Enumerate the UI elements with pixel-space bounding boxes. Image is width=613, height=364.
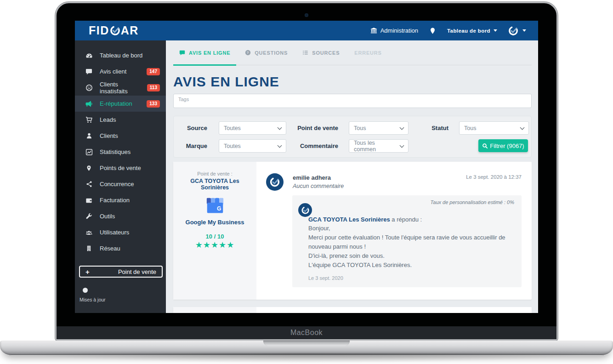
add-point-de-vente-button[interactable]: + Point de vente	[79, 266, 163, 278]
tab-sources[interactable]: SOURCES	[296, 40, 346, 65]
sidebar-item-avis-client[interactable]: Avis client 147	[75, 63, 166, 80]
review-score: 10 / 10	[177, 233, 253, 240]
plus-icon: +	[85, 268, 90, 276]
tab-erreurs[interactable]: ERREURS	[348, 40, 387, 65]
review-author: emilie adhera	[293, 174, 344, 181]
point-de-vente-select[interactable]: Tous	[349, 121, 409, 135]
filter-label-marque: Marque	[174, 142, 207, 149]
filter-button-label: Filtrer (9067)	[490, 142, 524, 149]
review-left-panel	[173, 307, 256, 313]
marque-select[interactable]: Toutes	[219, 139, 286, 153]
reply-card: Taux de personnalisation estimé : 0% GCA…	[292, 195, 522, 287]
sidebar-item-clients[interactable]: Clients	[75, 128, 166, 144]
macbook-mockup: FID AR Administration Tableau de bord	[0, 0, 613, 364]
comment-icon	[85, 68, 93, 75]
statut-select-value: Tous	[464, 125, 476, 131]
sidebar-item-label: Réseau	[100, 245, 120, 252]
commentaire-select-value: Tous les commen	[354, 140, 397, 153]
point-de-vente-label: Point de vente :	[177, 171, 253, 176]
point-de-vente-name[interactable]: GCA TOYOTA Les Sorinières	[177, 178, 253, 191]
tab-label: SOURCES	[312, 50, 340, 56]
cart-icon	[85, 116, 93, 124]
device-label: MacBook	[57, 326, 556, 339]
reply-suffix: a répondu :	[390, 216, 422, 223]
list-icon	[302, 50, 308, 56]
source-select-value: Toutes	[224, 125, 241, 131]
sidebar-item-statistiques[interactable]: Statistiques	[75, 144, 166, 160]
star-rating: ★★★★★	[177, 240, 253, 250]
marque-select-value: Toutes	[224, 143, 241, 149]
tab-label: ERREURS	[354, 50, 381, 56]
sidebar-item-e-reputation[interactable]: E-réputation 133	[75, 96, 166, 112]
wrench-icon	[85, 213, 93, 220]
reply-line: Bonjour,	[308, 224, 514, 233]
review-main: emilie adhera Aucun commentaire Le 3 sep…	[256, 162, 532, 300]
review-source-name[interactable]: Google My Business	[177, 219, 253, 226]
statut-select[interactable]: Tous	[459, 121, 529, 135]
brand-text-pre: FID	[89, 24, 109, 37]
commentaire-select[interactable]: Tous les commen	[349, 139, 409, 153]
review-card	[173, 307, 532, 313]
sidebar-item-dashboard[interactable]: Tableau de bord	[75, 47, 166, 63]
reply-date: Le 3 sept. 2020	[308, 275, 514, 281]
dashboard-icon	[85, 52, 93, 59]
sidebar-item-label: Outils	[100, 213, 115, 220]
sidebar-item-leads[interactable]: Leads	[75, 112, 166, 128]
tags-input[interactable]: Tags	[173, 94, 532, 108]
filter-button[interactable]: Filtrer (9067)	[478, 139, 528, 152]
fidcar-c-check-icon	[301, 206, 310, 215]
avatar	[266, 173, 284, 191]
page-title: AVIS EN LIGNE	[173, 74, 531, 90]
sidebar-item-reseau[interactable]: Réseau	[75, 240, 166, 256]
review-left-panel: Point de vente : GCA TOYOTA Les Sorinièr…	[173, 162, 256, 300]
filter-label-statut: Statut	[409, 125, 448, 131]
fidcar-c-check-icon	[110, 25, 120, 36]
nav-administration[interactable]: Administration	[370, 27, 418, 34]
sidebar-item-label: E-réputation	[100, 100, 132, 107]
app-screen: FID AR Administration Tableau de bord	[75, 21, 538, 313]
sidebar-item-label: Leads	[100, 116, 116, 123]
fidcar-c-check-icon	[508, 26, 518, 36]
updates-status-dot	[83, 288, 88, 293]
megaphone-icon	[85, 100, 93, 108]
svg-text:?: ?	[247, 51, 249, 55]
sidebar-item-utilisateurs[interactable]: Utilisateurs	[75, 224, 166, 240]
nav-context-label: Tableau de bord	[447, 28, 490, 34]
google-my-business-icon: G	[205, 197, 225, 215]
fidcar-c-check-icon	[269, 176, 280, 188]
tab-avis-en-ligne[interactable]: AVIS EN LIGNE	[173, 40, 236, 65]
review-card: Point de vente : GCA TOYOTA Les Sorinièr…	[173, 162, 532, 300]
review-main	[256, 307, 532, 313]
sidebar-item-outils[interactable]: Outils	[75, 208, 166, 224]
brand-logo[interactable]: FID AR	[89, 24, 139, 37]
filter-label-point-de-vente: Point de vente	[286, 125, 338, 131]
sidebar-item-facturation[interactable]: Facturation	[75, 192, 166, 208]
tab-label: QUESTIONS	[255, 50, 288, 56]
sidebar-item-concurrence[interactable]: Concurrence	[75, 176, 166, 192]
filter-label-source: Source	[174, 125, 207, 131]
tab-questions[interactable]: ? QUESTIONS	[239, 40, 294, 65]
sidebar-item-label: Facturation	[100, 197, 130, 204]
sidebar-item-label: Concurrence	[100, 181, 134, 188]
filter-label-commentaire: Commentaire	[286, 142, 338, 149]
sidebar-item-points-de-vente[interactable]: Points de vente	[75, 160, 166, 176]
point-de-vente-select-value: Tous	[354, 125, 366, 131]
personalization-rate: Taux de personnalisation estimé : 0%	[308, 199, 514, 205]
nav-account-menu[interactable]	[508, 26, 526, 36]
sidebar-item-clients-insatisfaits[interactable]: Clients insatisfaits 113	[75, 80, 166, 96]
sidebar-item-label: Points de vente	[100, 165, 141, 171]
avatar	[298, 203, 312, 217]
chevron-down-icon	[520, 125, 525, 130]
tags-placeholder: Tags	[178, 97, 189, 102]
webcam-icon	[305, 13, 308, 17]
wallet-icon	[85, 197, 93, 204]
map-pin-icon	[85, 165, 93, 172]
nav-context-dropdown[interactable]: Tableau de bord	[447, 28, 497, 34]
comment-icon	[179, 50, 185, 56]
main-content: AVIS EN LIGNE ? QUESTIONS SOURCES ERREUR…	[166, 40, 538, 313]
sidebar-item-label: Utilisateurs	[100, 229, 129, 236]
search-icon	[482, 143, 488, 149]
svg-text:G: G	[216, 205, 221, 212]
sidebar-item-label: Statistiques	[100, 148, 131, 155]
source-select[interactable]: Toutes	[219, 121, 286, 135]
